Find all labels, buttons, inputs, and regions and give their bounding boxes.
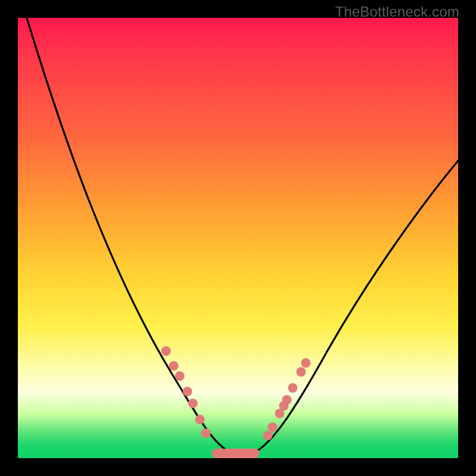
watermark-text: TheBottleneck.com [335,4,459,20]
chart-frame: TheBottleneck.com [0,0,476,476]
marker-dot [301,358,311,368]
marker-dot [161,346,171,356]
marker-dot [282,395,292,405]
marker-dot [183,387,192,396]
marker-dot [296,367,306,377]
marker-dot [263,431,273,440]
marker-dot [188,399,198,408]
marker-dot [169,361,178,371]
bottleneck-curve [27,18,458,453]
marker-dot [268,422,277,432]
marker-dot [288,383,298,393]
bottom-marker-bar [212,449,259,458]
plot-area [18,18,458,458]
marker-dot [201,428,211,438]
marker-dot [175,371,184,381]
curve-svg [18,18,458,458]
marker-dot [195,415,205,424]
